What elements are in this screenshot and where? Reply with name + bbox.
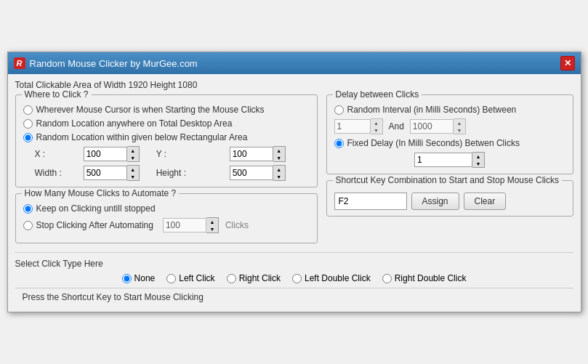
click-type-label-left: Left Click (179, 273, 214, 283)
shortcut-group: Shortcut Key Combination to Start and St… (326, 180, 573, 217)
x-spin-input[interactable]: ▲ ▼ (84, 146, 142, 162)
main-content: Where to Click ? Wherever Mouse Cursor i… (15, 94, 573, 249)
status-text: Press the Shortcut Key to Start Mouse Cl… (23, 292, 204, 302)
title-bar: R Random Mouse Clicker by MurGee.com ✕ (8, 52, 581, 74)
count-value[interactable] (163, 218, 206, 232)
where-radio-2[interactable] (23, 119, 33, 129)
height-spin-input[interactable]: ▲ ▼ (230, 165, 288, 181)
click-type-radio-right[interactable] (227, 274, 236, 283)
click-type-label-none: None (134, 273, 156, 283)
click-type-label-right: Right Click (239, 273, 281, 283)
width-spin-buttons: ▲ ▼ (127, 165, 140, 181)
y-up-button[interactable]: ▲ (273, 147, 285, 154)
where-radio-3[interactable] (23, 133, 33, 142)
y-spin-buttons: ▲ ▼ (273, 146, 286, 162)
y-label: Y : (156, 149, 205, 159)
delay-max-value[interactable] (410, 119, 454, 134)
random-delay-option[interactable]: Random Interval (in Milli Seconds) Betwe… (334, 105, 565, 115)
delay-min-down-button[interactable]: ▼ (371, 126, 382, 134)
count-down-button[interactable]: ▼ (206, 225, 218, 232)
app-icon: R (14, 57, 25, 69)
title-bar-left: R Random Mouse Clicker by MurGee.com (14, 57, 198, 69)
x-label: X : (35, 149, 81, 159)
width-value[interactable] (84, 166, 127, 180)
close-button[interactable]: ✕ (560, 56, 575, 70)
where-to-click-title: Where to Click ? (22, 89, 92, 100)
where-label-2: Random Location anywhere on Total Deskto… (36, 118, 233, 129)
click-type-option-left[interactable]: Left Click (166, 273, 214, 283)
how-many-radio-1[interactable] (23, 204, 33, 214)
how-many-label-2: Stop Clicking After Automating (36, 220, 153, 230)
fixed-delay-radio[interactable] (334, 139, 344, 148)
count-spin-input[interactable]: ▲ ▼ (163, 217, 219, 233)
delay-min-value[interactable] (334, 119, 371, 134)
click-type-option-right[interactable]: Right Click (227, 273, 281, 283)
shortcut-input[interactable] (334, 193, 407, 210)
x-up-button[interactable]: ▲ (127, 147, 139, 154)
delay-max-down-button[interactable]: ▼ (454, 126, 465, 134)
click-type-label-right-double: Right Double Click (395, 273, 467, 283)
click-type-option-right-double[interactable]: Right Double Click (382, 273, 467, 283)
shortcut-title: Shortcut Key Combination to Start and St… (333, 175, 562, 185)
click-type-radio-right-double[interactable] (382, 274, 392, 283)
where-label-1: Wherever Mouse Cursor is when Starting t… (36, 105, 265, 115)
where-option-2[interactable]: Random Location anywhere on Total Deskto… (23, 118, 310, 129)
shortcut-row: Assign Clear (334, 193, 565, 210)
random-delay-radio[interactable] (334, 105, 344, 115)
and-label: And (389, 121, 404, 132)
delay-min-spin[interactable]: ▲ ▼ (334, 118, 383, 134)
delay-max-up-button[interactable]: ▲ (454, 119, 465, 126)
height-down-button[interactable]: ▼ (273, 173, 285, 180)
count-spin-buttons: ▲ ▼ (206, 217, 219, 233)
width-down-button[interactable]: ▼ (127, 173, 139, 180)
assign-button[interactable]: Assign (411, 193, 459, 210)
click-types-row: None Left Click Right Click Left Double … (15, 273, 573, 283)
left-panel: Where to Click ? Wherever Mouse Cursor i… (15, 94, 318, 249)
window-body: Total Clickable Area of Width 1920 Heigh… (8, 74, 581, 312)
click-type-radio-left-double[interactable] (292, 274, 302, 283)
clear-button[interactable]: Clear (464, 193, 507, 210)
main-window: R Random Mouse Clicker by MurGee.com ✕ T… (7, 52, 581, 312)
width-up-button[interactable]: ▲ (127, 166, 139, 173)
how-many-radio-2[interactable] (23, 221, 33, 230)
height-value[interactable] (230, 166, 273, 180)
where-to-click-group: Where to Click ? Wherever Mouse Cursor i… (15, 94, 318, 187)
how-many-option-2[interactable]: Stop Clicking After Automating ▲ ▼ Click… (23, 217, 310, 233)
clicks-suffix: Clicks (225, 220, 249, 230)
fixed-delay-label: Fixed Delay (In Milli Seconds) Betwen Cl… (347, 138, 520, 148)
fixed-delay-up-button[interactable]: ▲ (472, 153, 484, 160)
status-bar: Press the Shortcut Key to Start Mouse Cl… (15, 288, 573, 306)
xy-grid: X : ▲ ▼ Y : ▲ (35, 146, 310, 181)
delay-min-up-button[interactable]: ▲ (371, 119, 382, 126)
delay-range-row: ▲ ▼ And ▲ ▼ (334, 118, 565, 134)
y-spin-input[interactable]: ▲ ▼ (230, 146, 288, 162)
delay-max-spin-buttons: ▲ ▼ (454, 118, 466, 134)
y-down-button[interactable]: ▼ (273, 154, 285, 161)
how-many-title: How Many Mouse Clicks to Automate ? (22, 188, 180, 198)
x-down-button[interactable]: ▼ (127, 154, 139, 161)
click-type-option-left-double[interactable]: Left Double Click (292, 273, 371, 283)
delay-max-spin[interactable]: ▲ ▼ (410, 118, 466, 134)
how-many-option-1[interactable]: Keep on Clicking untill stopped (23, 203, 310, 214)
click-type-title: Select Click Type Here (15, 259, 573, 269)
where-option-1[interactable]: Wherever Mouse Cursor is when Starting t… (23, 105, 310, 115)
fixed-delay-down-button[interactable]: ▼ (472, 160, 484, 167)
y-value[interactable] (230, 147, 273, 161)
x-value[interactable] (84, 147, 127, 161)
total-area-info: Total Clickable Area of Width 1920 Heigh… (15, 80, 573, 90)
click-type-radio-none[interactable] (122, 274, 132, 283)
fixed-delay-value[interactable] (414, 153, 472, 167)
fixed-delay-spin[interactable]: ▲ ▼ (414, 152, 485, 168)
height-up-button[interactable]: ▲ (273, 166, 285, 173)
fixed-delay-option[interactable]: Fixed Delay (In Milli Seconds) Betwen Cl… (334, 138, 565, 148)
click-type-radio-left[interactable] (166, 274, 176, 283)
fixed-delay-value-row: ▲ ▼ (334, 152, 565, 168)
click-type-option-none[interactable]: None (122, 273, 156, 283)
width-spin-input[interactable]: ▲ ▼ (84, 165, 142, 181)
window-title: Random Mouse Clicker by MurGee.com (30, 58, 198, 69)
how-many-group: How Many Mouse Clicks to Automate ? Keep… (15, 193, 318, 243)
where-radio-1[interactable] (23, 105, 33, 115)
where-option-3[interactable]: Random Location within given below Recta… (23, 132, 310, 142)
count-up-button[interactable]: ▲ (206, 218, 218, 225)
x-spin-buttons: ▲ ▼ (127, 146, 140, 162)
